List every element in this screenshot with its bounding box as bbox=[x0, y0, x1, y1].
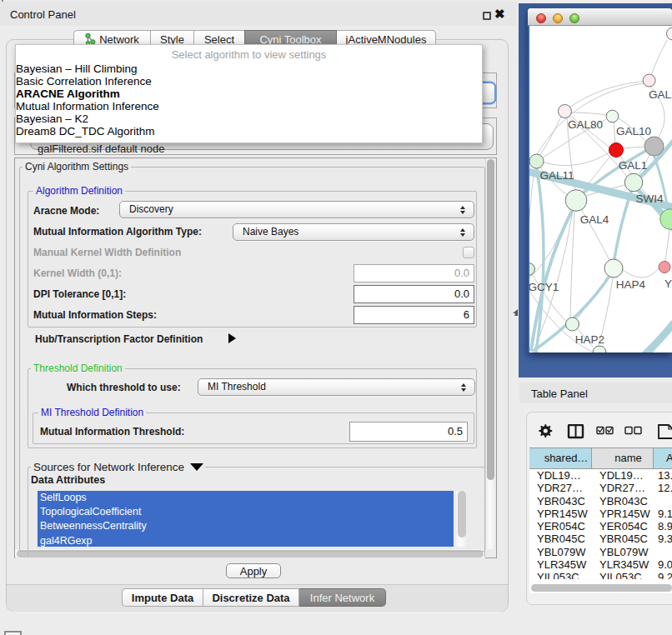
svg-text:GAL10: GAL10 bbox=[616, 125, 651, 138]
svg-text:SWI4: SWI4 bbox=[635, 192, 663, 205]
svg-text:GAL80: GAL80 bbox=[568, 118, 603, 131]
svg-text:GAL2: GAL2 bbox=[649, 88, 672, 101]
svg-text:Y: Y bbox=[664, 278, 672, 290]
svg-text:HAP2: HAP2 bbox=[575, 333, 604, 346]
svg-text:GAL1: GAL1 bbox=[619, 159, 648, 172]
svg-text:GAL4: GAL4 bbox=[580, 213, 609, 226]
svg-text:HAP4: HAP4 bbox=[616, 278, 646, 291]
svg-text:GAL11: GAL11 bbox=[539, 169, 574, 182]
svg-text:GCY1: GCY1 bbox=[529, 281, 559, 293]
